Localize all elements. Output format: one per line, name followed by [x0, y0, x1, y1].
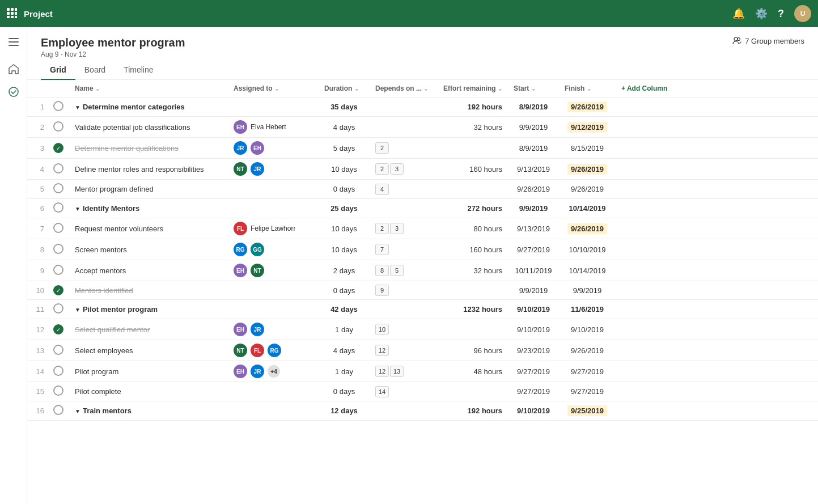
- row-status[interactable]: [48, 340, 69, 361]
- project-title: Employee mentor program: [41, 36, 185, 49]
- sidebar-item-tasks[interactable]: [3, 82, 24, 102]
- row-status[interactable]: ✓: [48, 319, 69, 340]
- add-column-label[interactable]: + Add Column: [621, 84, 667, 92]
- status-circle-icon[interactable]: [53, 101, 63, 111]
- bell-icon[interactable]: 🔔: [732, 7, 745, 20]
- svg-rect-7: [11, 16, 14, 18]
- table-row: 12✓Select qualified mentorEHJR1 day109/1…: [27, 319, 818, 340]
- group-chevron[interactable]: ▼: [75, 104, 80, 111]
- row-assigned: EHJR: [228, 319, 319, 340]
- tab-timeline[interactable]: Timeline: [115, 61, 162, 80]
- table-row: 5Mentor program defined0 days49/26/20199…: [27, 180, 818, 199]
- row-status[interactable]: ✓: [48, 138, 69, 159]
- sidebar-item-home[interactable]: [3, 59, 24, 79]
- status-circle-icon[interactable]: [53, 121, 63, 132]
- sidebar-item-menu[interactable]: [3, 32, 24, 52]
- row-duration: 1 day: [319, 361, 370, 382]
- group-name: Identify Mentors: [83, 204, 139, 213]
- status-circle-icon[interactable]: [53, 202, 63, 213]
- svg-point-12: [9, 87, 18, 96]
- status-circle-icon[interactable]: [53, 163, 63, 173]
- waffle-icon[interactable]: [7, 8, 17, 20]
- row-depends: 4: [370, 180, 438, 199]
- task-name: Select employees: [75, 346, 133, 355]
- help-icon[interactable]: ?: [778, 8, 784, 20]
- avatar[interactable]: U: [794, 5, 811, 22]
- row-status[interactable]: [48, 239, 69, 260]
- row-finish: 9/26/2019: [559, 159, 616, 180]
- gear-icon[interactable]: ⚙️: [755, 7, 768, 20]
- assignee-avatar: RG: [234, 243, 247, 256]
- table-row: 3✓Determine mentor qualificationsJREH5 d…: [27, 138, 818, 159]
- group-members-icon: [732, 36, 741, 45]
- finish-value: 9/26/2019: [567, 101, 607, 112]
- row-start: 9/10/2019: [508, 300, 559, 319]
- row-depends: [370, 199, 438, 218]
- dep-badge: 2: [375, 163, 389, 175]
- row-status[interactable]: [48, 180, 69, 199]
- col-finish[interactable]: Finish ⌄: [559, 80, 616, 98]
- row-status[interactable]: [48, 300, 69, 319]
- row-status[interactable]: [48, 218, 69, 239]
- col-assigned[interactable]: Assigned to ⌄: [228, 80, 319, 98]
- status-circle-icon[interactable]: [53, 345, 63, 355]
- row-status[interactable]: [48, 199, 69, 218]
- group-chevron[interactable]: ▼: [75, 206, 80, 212]
- row-status[interactable]: [48, 260, 69, 281]
- row-effort: [438, 319, 508, 340]
- status-circle-icon[interactable]: [53, 405, 63, 415]
- assignee-avatar: EH: [234, 365, 247, 378]
- table-row: 14Pilot programEHJR+41 day121348 hours9/…: [27, 361, 818, 382]
- status-circle-icon[interactable]: [53, 244, 63, 254]
- row-status[interactable]: ✓: [48, 281, 69, 300]
- assignee-avatar: GG: [251, 243, 264, 256]
- status-done-icon[interactable]: ✓: [53, 324, 63, 334]
- row-status[interactable]: [48, 361, 69, 382]
- group-effort: 192 hours: [468, 406, 502, 415]
- status-circle-icon[interactable]: [53, 303, 63, 314]
- row-duration: 5 days: [319, 138, 370, 159]
- status-circle-icon[interactable]: [53, 265, 63, 275]
- assignee-avatar: JR: [251, 323, 264, 336]
- name-sort-icon: ⌄: [95, 86, 100, 92]
- task-name: Screen mentors: [75, 245, 127, 254]
- group-chevron[interactable]: ▼: [75, 408, 80, 414]
- row-status[interactable]: [48, 382, 69, 401]
- row-effort: 48 hours: [438, 361, 508, 382]
- row-start: 9/9/2019: [508, 117, 559, 138]
- status-circle-icon[interactable]: [53, 223, 63, 233]
- row-status[interactable]: [48, 98, 69, 117]
- row-depends: 23: [370, 218, 438, 239]
- row-finish: 9/26/2019: [559, 218, 616, 239]
- row-finish: 9/27/2019: [559, 361, 616, 382]
- group-chevron[interactable]: ▼: [75, 307, 80, 313]
- col-duration[interactable]: Duration ⌄: [319, 80, 370, 98]
- row-status[interactable]: [48, 401, 69, 421]
- row-status[interactable]: [48, 117, 69, 138]
- col-depends[interactable]: Depends on ... ⌄: [370, 80, 438, 98]
- task-name: Pilot complete: [75, 387, 121, 396]
- top-nav: Project 🔔 ⚙️ ? U: [0, 0, 818, 27]
- assignee-avatar: JR: [251, 365, 264, 378]
- col-addcol[interactable]: + Add Column: [616, 80, 818, 98]
- col-start[interactable]: Start ⌄: [508, 80, 559, 98]
- tab-grid[interactable]: Grid: [41, 61, 75, 80]
- row-depends: 1213: [370, 361, 438, 382]
- row-depends: 14: [370, 382, 438, 401]
- status-circle-icon[interactable]: [53, 386, 63, 396]
- col-effort[interactable]: Effort remaining ⌄: [438, 80, 508, 98]
- status-circle-icon[interactable]: [53, 183, 63, 193]
- status-done-icon[interactable]: ✓: [53, 285, 63, 295]
- row-status[interactable]: [48, 159, 69, 180]
- group-members[interactable]: 7 Group members: [732, 36, 804, 45]
- col-name[interactable]: Name ⌄: [69, 80, 228, 98]
- task-name: Define mentor roles and responsibilities: [75, 165, 204, 173]
- sidebar: [0, 27, 27, 504]
- row-name: Accept mentors: [69, 260, 228, 281]
- status-circle-icon[interactable]: [53, 366, 63, 376]
- assigned-sort-icon: ⌄: [274, 86, 279, 92]
- status-done-icon[interactable]: ✓: [53, 143, 63, 153]
- tab-board[interactable]: Board: [75, 61, 115, 80]
- row-start: 9/27/2019: [508, 382, 559, 401]
- row-num: 6: [27, 199, 48, 218]
